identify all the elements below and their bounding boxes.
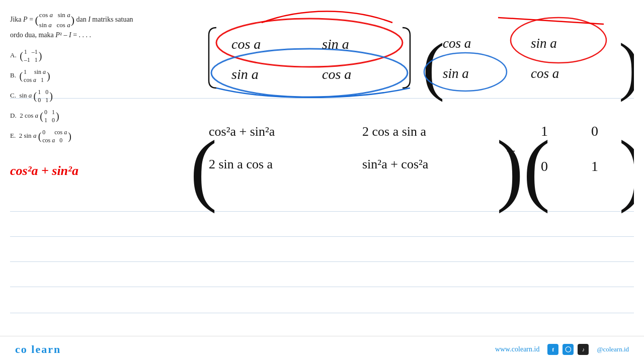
svg-text:2 sin a cos a: 2 sin a cos a	[209, 157, 273, 171]
svg-point-12	[511, 18, 606, 63]
answer-choices: A. ( 1 –1 –1 1 ) B. ( 1 sin a cos a 1 )	[10, 46, 176, 146]
choice-d: D. 2 cos a ( 0 1 1 0 )	[10, 106, 176, 126]
svg-text:cos²a + sin²a: cos²a + sin²a	[209, 124, 275, 139]
svg-text:0: 0	[591, 123, 598, 139]
svg-text:sin a: sin a	[443, 66, 469, 81]
red-highlight-text: cos²a + sin²a	[10, 163, 78, 178]
svg-text:(: (	[190, 124, 217, 214]
footer-logo: co learn	[15, 343, 61, 356]
svg-text:): )	[497, 124, 523, 214]
svg-text:2 cos a sin a: 2 cos a sin a	[362, 124, 427, 139]
tiktok-icon: ♪	[578, 344, 589, 355]
svg-text:sin a: sin a	[322, 36, 349, 52]
social-icons: f ◯ ♪	[547, 344, 589, 355]
svg-line-14	[498, 18, 604, 24]
problem-section: Jika P = ( cos a sin a sin a cos a ) dan…	[10, 10, 176, 146]
svg-point-13	[424, 53, 507, 91]
svg-text:): )	[619, 124, 634, 214]
svg-point-1	[211, 49, 408, 97]
footer-right: www.colearn.id f ◯ ♪ @colearn.id	[495, 344, 629, 355]
choice-a: A. ( 1 –1 –1 1 )	[10, 46, 176, 66]
svg-text:sin a: sin a	[231, 66, 259, 82]
svg-text:1: 1	[591, 158, 598, 174]
svg-text:sin a: sin a	[531, 36, 557, 51]
svg-point-0	[216, 19, 403, 67]
svg-text:0: 0	[541, 158, 548, 174]
choice-c: C. sin a ( 1 0 0 1 )	[10, 86, 176, 106]
svg-text:): )	[619, 30, 634, 102]
svg-text:sin²a + cos²a: sin²a + cos²a	[362, 157, 429, 171]
svg-text:(: (	[423, 30, 444, 102]
footer-url: www.colearn.id	[495, 345, 540, 353]
svg-text:–: –	[507, 141, 515, 158]
social-handle: @colearn.id	[597, 345, 629, 353]
svg-text:cos a: cos a	[322, 66, 351, 82]
svg-text:cos a: cos a	[231, 36, 261, 52]
instagram-icon: ◯	[562, 344, 574, 355]
facebook-icon: f	[547, 344, 558, 355]
svg-text:cos a: cos a	[443, 36, 471, 51]
svg-text:(: (	[523, 124, 550, 214]
svg-text:cos a: cos a	[531, 66, 559, 81]
choice-e: E. 2 sin a ( 0 cos a cos a 0 )	[10, 126, 176, 146]
choice-b: B. ( 1 sin a cos a 1 )	[10, 66, 176, 86]
svg-text:1: 1	[541, 123, 548, 139]
problem-text: Jika P = ( cos a sin a sin a cos a ) dan…	[10, 16, 133, 39]
footer: co learn www.colearn.id f ◯ ♪ @colearn.i…	[0, 336, 644, 362]
problem-title: Jika P = ( cos a sin a sin a cos a ) dan…	[10, 10, 176, 41]
